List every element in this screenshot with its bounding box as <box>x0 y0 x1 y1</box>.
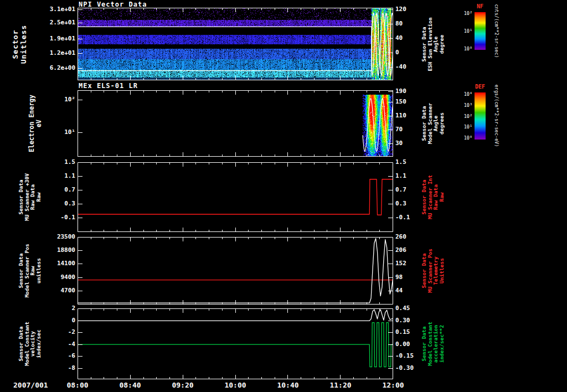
y-tick-label: 1.2e+01 <box>37 49 75 57</box>
y-tick-label: 6.2e+00 <box>37 64 75 72</box>
y-tick-label: 120 <box>395 6 429 13</box>
y-tick-label: 1.5 <box>37 158 75 166</box>
colorbar-tick-label: 10² <box>450 11 472 16</box>
colorbar-nf-unit: cnts/(cm**2-sr-sec) <box>494 4 499 58</box>
y-tick-label: 44 <box>395 287 429 295</box>
y-tick-label: 150 <box>395 98 429 106</box>
y-tick-label: 0.30 <box>395 317 429 324</box>
plot-canvas-3 <box>78 237 393 305</box>
colorbar-tick-label: 10⁴ <box>450 91 472 97</box>
y-tick-label: 14100 <box>37 260 75 267</box>
y-tick-label: 23500 <box>37 233 75 241</box>
y-tick-label: 206 <box>395 246 429 254</box>
colorbar-tick-label: 10¹ <box>450 28 472 34</box>
y-tick-label: 1.1 <box>37 172 75 180</box>
y-axis-label-sector: Sector Unitless <box>12 25 28 64</box>
science-plot-page: NPI Vector Data MEx ELS-01 LR Sector Uni… <box>0 0 567 392</box>
y-tick-label: 0.45 <box>395 305 429 312</box>
y-tick-label: -0.15 <box>395 352 429 360</box>
y-tick-label: -6 <box>37 352 75 360</box>
colorbar-tick-label: 10² <box>450 114 472 119</box>
y-tick-label: 0.3 <box>395 200 429 208</box>
y-tick-label: 1.1 <box>395 172 429 180</box>
y-tick-label: 9400 <box>37 274 75 281</box>
y-tick-label: 1.5 <box>395 158 429 166</box>
y-tick-label: 30 <box>395 140 429 147</box>
plot-canvas-0 <box>78 8 393 80</box>
y-tick-label: 3.1e+01 <box>37 6 75 13</box>
plot-canvas-1 <box>78 90 393 157</box>
y-tick-label: -4 <box>37 341 75 348</box>
colorbar-tick-label: 10⁰ <box>450 135 472 141</box>
x-tick-label: 08:00 <box>60 381 95 389</box>
colorbar-def-unit: ergs/(cm**2-sr-sec-eV) <box>494 85 499 147</box>
colorbar-def-title: DEF <box>475 84 485 90</box>
panel-title-npi: NPI Vector Data <box>79 1 147 8</box>
colorbar-nf <box>475 12 486 50</box>
x-tick-label: 09:20 <box>165 381 200 389</box>
y-tick-label: 0 <box>395 49 429 56</box>
y-tick-label: 2.5e+01 <box>37 19 75 27</box>
x-tick-label: 12:00 <box>375 381 411 389</box>
y-tick-label: -8 <box>37 364 75 372</box>
colorbar-tick-label: 10⁰ <box>450 46 472 51</box>
plot-canvas-2 <box>78 162 393 232</box>
y-tick-label: -40 <box>395 63 429 71</box>
panel-title-els: MEx ELS-01 LR <box>79 82 138 90</box>
colorbar-tick-label: 10¹ <box>450 124 472 130</box>
y-axis-label-mu-scanner-int: Sensor Data MU Scanner Int Raw Data Raw <box>421 175 445 219</box>
x-tick-label: 10:40 <box>270 381 306 389</box>
y-tick-label: 0.7 <box>37 186 75 194</box>
colorbar-nf-title: NF <box>477 3 483 9</box>
colorbar-def <box>475 92 486 140</box>
y-tick-label: 70 <box>395 126 429 133</box>
y-tick-label: -0.30 <box>395 364 429 372</box>
x-tick-label: 10:00 <box>218 381 253 389</box>
y-tick-label: 0.15 <box>395 328 429 336</box>
plot-canvas-4 <box>78 308 393 379</box>
y-tick-label: 40 <box>395 34 429 42</box>
x-tick-label: 11:20 <box>323 381 358 389</box>
y-tick-label: 10² <box>37 96 75 104</box>
y-tick-label: 2 <box>37 305 75 312</box>
y-tick-label: 80 <box>395 20 429 28</box>
colorbar-tick-label: 10³ <box>450 102 472 108</box>
y-tick-label: 0 <box>37 317 75 324</box>
y-tick-label: 0.3 <box>37 200 75 208</box>
y-tick-label: 4700 <box>37 287 75 295</box>
y-tick-label: 10¹ <box>37 128 75 136</box>
y-tick-label: -0.1 <box>395 214 429 221</box>
y-tick-label: -0.1 <box>37 214 75 221</box>
y-tick-label: 260 <box>395 233 429 241</box>
y-tick-label: 0.00 <box>395 341 429 348</box>
y-tick-label: 152 <box>395 260 429 267</box>
y-tick-label: 98 <box>395 274 429 281</box>
x-axis-date-label: 2007/001 <box>13 381 64 389</box>
y-axis-label-model-scanner-angle: Sensor Data Model Scanner Angle degrees <box>421 103 445 144</box>
y-tick-label: 190 <box>395 87 429 95</box>
y-tick-label: 110 <box>395 112 429 120</box>
x-tick-label: 08:40 <box>112 381 148 389</box>
y-tick-label: 1.9e+01 <box>37 35 75 43</box>
y-tick-label: 0.7 <box>395 186 429 194</box>
y-tick-label: 18800 <box>37 246 75 254</box>
y-tick-label: -2 <box>37 328 75 336</box>
